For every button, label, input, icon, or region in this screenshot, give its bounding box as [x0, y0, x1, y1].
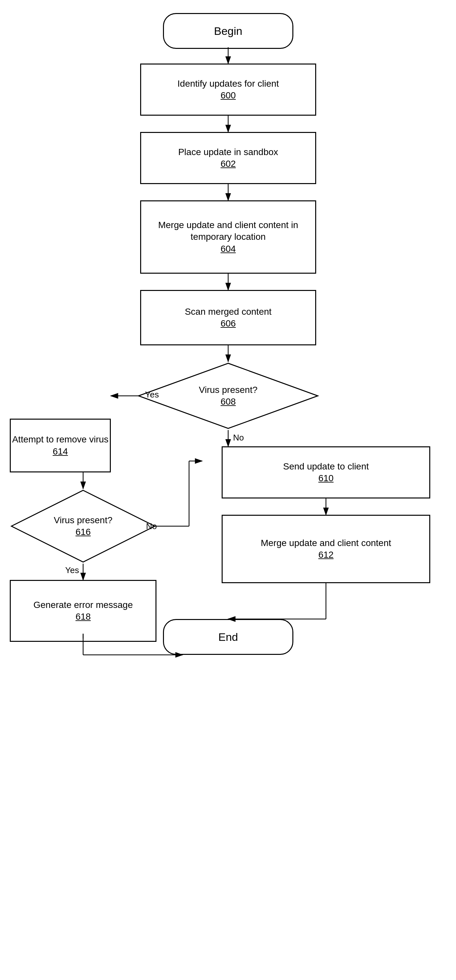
- node-602-text: Place update in sandbox: [178, 146, 278, 158]
- node-606-text: Scan merged content: [185, 306, 271, 318]
- end-node: End: [163, 619, 293, 655]
- begin-node: Begin: [163, 13, 293, 49]
- label-no-616: No: [146, 521, 157, 531]
- node-600: Identify updates for client 600: [140, 64, 316, 116]
- node-602-code: 602: [178, 158, 278, 170]
- node-614: Attempt to remove virus 614: [10, 418, 111, 473]
- node-612-code: 612: [261, 549, 391, 561]
- node-602: Place update in sandbox 602: [140, 132, 316, 184]
- node-604: Merge update and client content in tempo…: [140, 200, 316, 274]
- node-608-code: 608: [199, 396, 257, 407]
- node-612: Merge update and client content 612: [222, 515, 430, 583]
- node-618: Generate error message 618: [10, 580, 156, 642]
- node-604-code: 604: [141, 243, 315, 255]
- node-606-code: 606: [185, 318, 271, 329]
- node-612-text: Merge update and client content: [261, 537, 391, 549]
- node-610-code: 610: [283, 473, 369, 484]
- node-616-text: Virus present?: [54, 514, 112, 526]
- node-618-code: 618: [33, 611, 133, 623]
- node-616: Virus present? 616: [10, 489, 156, 564]
- node-608: Virus present? 608: [137, 362, 319, 430]
- node-616-code: 616: [54, 526, 112, 538]
- node-600-code: 600: [177, 90, 279, 101]
- node-614-code: 614: [12, 446, 108, 457]
- node-606: Scan merged content 606: [140, 290, 316, 345]
- node-618-text: Generate error message: [33, 599, 133, 611]
- label-yes-616: Yes: [65, 565, 79, 575]
- end-label: End: [218, 630, 238, 644]
- begin-label: Begin: [214, 24, 242, 38]
- node-610: Send update to client 610: [222, 446, 430, 498]
- label-yes-608: Yes: [145, 390, 159, 400]
- node-614-text: Attempt to remove virus: [12, 434, 108, 445]
- flowchart-diagram: Begin Identify updates for client 600 Pl…: [0, 0, 456, 980]
- node-600-text: Identify updates for client: [177, 78, 279, 90]
- node-604-text: Merge update and client content in tempo…: [141, 219, 315, 243]
- label-no-608: No: [233, 433, 244, 443]
- node-610-text: Send update to client: [283, 461, 369, 473]
- node-608-text: Virus present?: [199, 384, 257, 396]
